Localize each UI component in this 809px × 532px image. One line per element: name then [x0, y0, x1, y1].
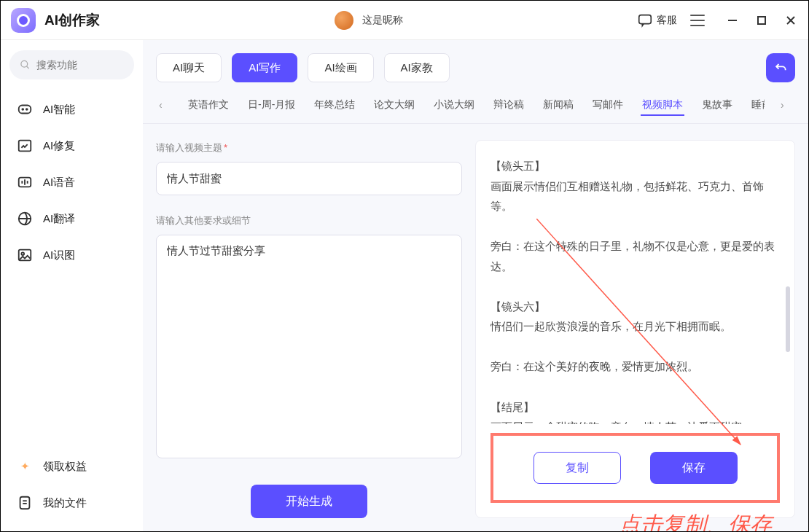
chevron-left-icon[interactable]: ‹	[159, 99, 171, 111]
category-item[interactable]: 英语作文	[187, 94, 230, 116]
svg-point-9	[26, 109, 28, 110]
app-logo-icon	[11, 8, 36, 33]
return-button[interactable]	[766, 53, 795, 82]
maximize-button[interactable]	[754, 13, 769, 28]
sidebar-item-label: 我的文件	[43, 496, 87, 510]
category-item[interactable]: 鬼故事	[700, 94, 734, 116]
category-item[interactable]: 小说大纲	[432, 94, 476, 116]
chevron-right-icon[interactable]: ›	[781, 99, 792, 111]
sidebar-item-ai-smart[interactable]: AI智能	[9, 91, 134, 128]
menu-icon[interactable]	[690, 15, 705, 26]
sidebar-item-ai-repair[interactable]: AI修复	[9, 128, 134, 164]
mode-tab-1[interactable]: AI写作	[232, 53, 297, 82]
svg-rect-7	[19, 106, 31, 114]
topic-label: 请输入视频主题*	[156, 141, 462, 154]
mode-tab-2[interactable]: AI绘画	[308, 53, 373, 82]
detail-field[interactable]	[167, 244, 451, 449]
sidebar-item-ai-translate[interactable]: AI翻译	[9, 200, 134, 237]
sidebar-item-ai-voice[interactable]: AI语音	[9, 164, 134, 200]
search-field[interactable]	[36, 59, 124, 71]
sidebar-item-label: AI智能	[43, 103, 75, 117]
sidebar-item-label: AI翻译	[43, 212, 75, 226]
svg-point-8	[22, 109, 23, 110]
search-input[interactable]	[9, 50, 134, 79]
app-title: AI创作家	[44, 11, 100, 30]
sidebar-item-label: AI语音	[43, 176, 75, 189]
sidebar-item-label: AI修复	[43, 139, 75, 153]
topic-field[interactable]	[167, 173, 451, 185]
sidebar-item-reward[interactable]: ✦ 领取权益	[9, 448, 134, 485]
avatar[interactable]	[335, 11, 353, 30]
category-row: ‹ 英语作文日-周-月报年终总结论文大纲小说大纲辩论稿新闻稿写邮件视频脚本鬼故事…	[143, 91, 808, 124]
svg-line-6	[26, 66, 28, 69]
category-item[interactable]: 日-周-月报	[246, 94, 297, 116]
sidebar-item-myfiles[interactable]: 我的文件	[9, 485, 134, 521]
category-item[interactable]: 年终总结	[313, 94, 356, 116]
result-panel: 【镜头五】 画面展示情侣们互相赠送礼物，包括鲜花、巧克力、首饰等。 旁白：在这个…	[475, 140, 795, 518]
close-button[interactable]	[783, 13, 798, 28]
sidebar: AI智能 AI修复 AI语音 AI翻译 AI识图 ✦ 领取权益 我的文件	[1, 40, 143, 531]
category-item[interactable]: 论文大纲	[372, 94, 416, 116]
svg-rect-10	[19, 141, 31, 152]
mode-tab-0[interactable]: AI聊天	[156, 53, 222, 82]
cs-label: 客服	[657, 14, 677, 27]
search-icon	[20, 58, 31, 71]
image-repair-icon	[17, 138, 33, 154]
customer-service-button[interactable]: 客服	[637, 12, 677, 28]
detail-input[interactable]	[156, 235, 462, 458]
action-buttons-highlight: 复制 保存	[491, 433, 780, 503]
svg-point-5	[21, 60, 28, 67]
chat-icon	[637, 12, 653, 28]
category-item[interactable]: 新闻稿	[542, 94, 575, 116]
sidebar-item-label: 领取权益	[43, 460, 87, 474]
result-text: 【镜头五】 画面展示情侣们互相赠送礼物，包括鲜花、巧克力、首饰等。 旁白：在这个…	[491, 157, 780, 424]
generate-button[interactable]: 开始生成	[251, 485, 367, 518]
nickname: 这是昵称	[362, 14, 403, 27]
copy-button[interactable]: 复制	[534, 452, 621, 484]
main-content: AI聊天AI写作AI绘画AI家教 ‹ 英语作文日-周-月报年终总结论文大纲小说大…	[143, 40, 808, 531]
mode-tab-3[interactable]: AI家教	[384, 53, 450, 82]
category-item[interactable]: 辩论稿	[492, 94, 525, 116]
titlebar: AI创作家 这是昵称 客服	[1, 1, 808, 40]
translate-icon	[17, 211, 33, 227]
svg-rect-2	[758, 17, 765, 24]
picture-icon	[17, 247, 33, 263]
category-item[interactable]: 视频脚本	[641, 94, 684, 116]
sidebar-item-ai-ocr[interactable]: AI识图	[9, 237, 134, 273]
minimize-button[interactable]	[725, 13, 740, 28]
brackets-icon	[17, 101, 33, 117]
sidebar-item-label: AI识图	[43, 249, 75, 262]
return-icon	[773, 60, 788, 75]
category-item[interactable]: 睡前小故事	[750, 94, 765, 116]
scrollbar-thumb[interactable]	[786, 286, 790, 352]
mode-tabs: AI聊天AI写作AI绘画AI家教	[143, 40, 808, 91]
category-item[interactable]: 写邮件	[591, 94, 625, 116]
svg-point-17	[21, 252, 24, 255]
detail-label: 请输入其他要求或细节	[156, 214, 462, 227]
reward-icon: ✦	[17, 458, 33, 474]
voice-icon	[17, 174, 33, 190]
document-icon	[17, 495, 33, 511]
topic-input[interactable]	[156, 162, 462, 195]
save-button[interactable]: 保存	[650, 452, 738, 484]
input-form: 请输入视频主题* 请输入其他要求或细节 开始生成	[156, 140, 462, 518]
